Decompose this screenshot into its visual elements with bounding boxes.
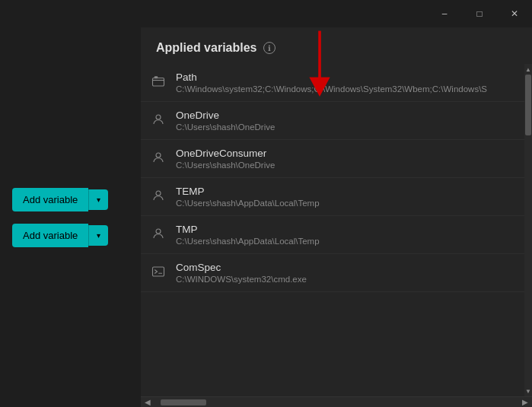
onedriveconsumer-icon bbox=[150, 149, 167, 166]
tmp-icon bbox=[150, 225, 167, 242]
path-var-value: C:\Windows\system32;C:\Windows;C:\Window… bbox=[176, 84, 523, 94]
svg-point-6 bbox=[156, 191, 161, 196]
panel-header: Applied variables ℹ bbox=[141, 27, 532, 64]
v-scrollbar-track[interactable] bbox=[525, 75, 531, 386]
variable-item-comspec[interactable]: ComSpec C:\WINDOWS\system32\cmd.exe bbox=[141, 254, 532, 292]
variables-list[interactable]: Path C:\Windows\system32;C:\Windows;C:\W… bbox=[141, 64, 532, 396]
main-content: Add variable ▾ Add variable ▾ Applied va… bbox=[0, 27, 532, 407]
scroll-left-arrow[interactable]: ◀ bbox=[142, 397, 153, 408]
scroll-up-arrow[interactable]: ▲ bbox=[524, 64, 532, 75]
onedrive-var-name: OneDrive bbox=[176, 110, 523, 121]
add-variable-row-2: Add variable ▾ bbox=[12, 224, 108, 247]
scroll-down-arrow[interactable]: ▼ bbox=[524, 386, 532, 396]
info-icon[interactable]: ℹ bbox=[263, 42, 276, 54]
onedrive-var-info: OneDrive C:\Users\shash\OneDrive bbox=[176, 110, 523, 132]
tmp-var-info: TMP C:\Users\shash\AppData\Local\Temp bbox=[176, 224, 523, 246]
v-scrollbar-thumb[interactable] bbox=[525, 75, 531, 135]
add-variable-row-1: Add variable ▾ bbox=[12, 188, 108, 211]
app-window: – □ ✕ Add variable ▾ Add variable ▾ bbox=[0, 0, 532, 407]
comspec-var-info: ComSpec C:\WINDOWS\system32\cmd.exe bbox=[176, 262, 523, 284]
h-scrollbar-track[interactable] bbox=[153, 399, 520, 405]
svg-point-5 bbox=[156, 153, 161, 157]
sidebar: Add variable ▾ Add variable ▾ bbox=[0, 27, 141, 407]
onedrive-var-value: C:\Users\shash\OneDrive bbox=[176, 122, 523, 132]
temp-var-value: C:\Users\shash\AppData\Local\Temp bbox=[176, 199, 523, 208]
vertical-scrollbar[interactable]: ▲ ▼ bbox=[524, 64, 532, 396]
path-var-name: Path bbox=[176, 72, 523, 83]
temp-var-info: TEMP C:\Users\shash\AppData\Local\Temp bbox=[176, 186, 523, 208]
svg-point-4 bbox=[156, 115, 161, 119]
panel-title: Applied variables bbox=[156, 41, 257, 55]
tmp-var-name: TMP bbox=[176, 224, 523, 235]
svg-rect-3 bbox=[155, 76, 158, 78]
title-bar: – □ ✕ bbox=[0, 0, 532, 27]
temp-var-name: TEMP bbox=[176, 186, 523, 197]
onedriveconsumer-var-name: OneDriveConsumer bbox=[176, 148, 523, 159]
variables-list-container: Path C:\Windows\system32;C:\Windows;C:\W… bbox=[141, 64, 532, 407]
close-button[interactable]: ✕ bbox=[497, 0, 532, 27]
onedrive-icon bbox=[150, 111, 167, 128]
svg-rect-8 bbox=[153, 267, 164, 276]
path-var-info: Path C:\Windows\system32;C:\Windows;C:\W… bbox=[176, 72, 523, 94]
h-scrollbar-thumb[interactable] bbox=[161, 399, 206, 405]
variable-item-onedrive[interactable]: OneDrive C:\Users\shash\OneDrive bbox=[141, 102, 532, 140]
onedriveconsumer-var-value: C:\Users\shash\OneDrive bbox=[176, 161, 523, 170]
title-bar-controls: – □ ✕ bbox=[427, 0, 532, 27]
comspec-var-value: C:\WINDOWS\system32\cmd.exe bbox=[176, 275, 523, 284]
minimize-button[interactable]: – bbox=[427, 0, 462, 27]
variable-item-tmp[interactable]: TMP C:\Users\shash\AppData\Local\Temp bbox=[141, 216, 532, 254]
add-variable-dropdown-1[interactable]: ▾ bbox=[88, 189, 108, 210]
path-icon bbox=[150, 73, 167, 90]
temp-icon bbox=[150, 187, 167, 204]
add-variable-button-2[interactable]: Add variable bbox=[12, 224, 88, 247]
tmp-var-value: C:\Users\shash\AppData\Local\Temp bbox=[176, 237, 523, 246]
comspec-var-name: ComSpec bbox=[176, 262, 523, 273]
horizontal-scrollbar[interactable]: ◀ ▶ bbox=[141, 396, 532, 407]
svg-rect-2 bbox=[153, 78, 164, 87]
add-variable-button-1[interactable]: Add variable bbox=[12, 188, 88, 211]
right-panel: Applied variables ℹ bbox=[141, 27, 532, 407]
comspec-icon bbox=[150, 263, 167, 280]
variable-item-onedriveconsumer[interactable]: OneDriveConsumer C:\Users\shash\OneDrive bbox=[141, 140, 532, 178]
onedriveconsumer-var-info: OneDriveConsumer C:\Users\shash\OneDrive bbox=[176, 148, 523, 170]
scroll-right-arrow[interactable]: ▶ bbox=[520, 397, 530, 408]
variable-item-temp[interactable]: TEMP C:\Users\shash\AppData\Local\Temp bbox=[141, 178, 532, 216]
variable-item-path[interactable]: Path C:\Windows\system32;C:\Windows;C:\W… bbox=[141, 64, 532, 102]
add-variable-dropdown-2[interactable]: ▾ bbox=[88, 225, 108, 246]
svg-point-7 bbox=[156, 229, 161, 234]
maximize-button[interactable]: □ bbox=[462, 0, 497, 27]
